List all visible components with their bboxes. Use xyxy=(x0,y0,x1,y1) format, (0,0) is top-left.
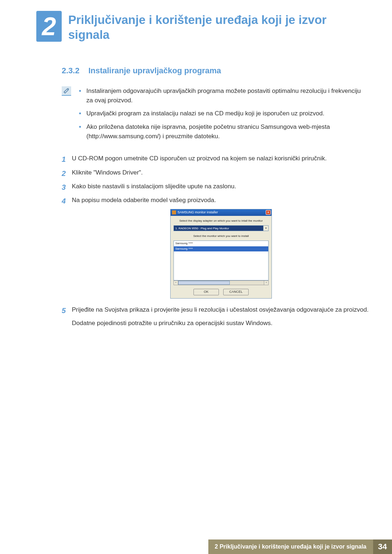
list-item[interactable]: Samsung **** xyxy=(174,241,268,246)
info-bullet: Instaliranjem odgovarajućih upravljačkih… xyxy=(79,86,363,106)
step-number: 4 xyxy=(62,196,66,207)
close-icon[interactable]: × xyxy=(266,210,271,215)
chapter-header: 2 Priključivanje i korištenje uređaja ko… xyxy=(0,11,392,42)
section-number: 2.3.2 xyxy=(62,66,79,75)
chapter-number-badge: 2 xyxy=(36,11,62,42)
monitor-listbox[interactable]: Samsung **** Samsung **** xyxy=(173,241,269,280)
button-row: OK CANCEL xyxy=(173,289,269,295)
adapter-label: Select the display adapter on which you … xyxy=(173,219,269,223)
installer-body: Select the display adapter on which you … xyxy=(171,216,271,299)
monitor-label: Select the monitor which you want to ins… xyxy=(173,234,269,238)
step-text: Prijeđite na Svojstva prikaza i provjeri… xyxy=(72,306,368,313)
step-item: 1 U CD-ROM pogon umetnite CD isporučen u… xyxy=(62,154,370,163)
adapter-combo[interactable]: 1. RADEON 9550 : Plug and Play Monitor ▾ xyxy=(173,225,269,231)
chapter-number: 2 xyxy=(42,14,56,39)
chapter-title: Priključivanje i korištenje uređaja koji… xyxy=(68,11,351,42)
step-text: U CD-ROM pogon umetnite CD isporučen uz … xyxy=(72,155,327,162)
installer-title: SAMSUNG monitor installer xyxy=(177,210,218,215)
chevron-down-icon[interactable]: ▾ xyxy=(264,225,269,231)
info-bullet: Upravljački program za instalaciju nalaz… xyxy=(79,109,363,118)
step-item: 3 Kako biste nastavili s instalacijom sl… xyxy=(62,182,370,191)
page-footer: 2 Priključivanje i korištenje uređaja ko… xyxy=(0,539,392,554)
scroll-track[interactable] xyxy=(178,280,264,285)
step-number: 2 xyxy=(62,168,66,179)
scroll-left-icon[interactable]: ‹ xyxy=(173,280,178,285)
info-bullet-list: Instaliranjem odgovarajućih upravljačkih… xyxy=(79,86,363,145)
installer-titlebar: SAMSUNG monitor installer × xyxy=(171,209,271,216)
step-text: Na popisu modela odaberite model vašeg p… xyxy=(72,197,216,204)
step-item: 2 Kliknite "Windows Driver". xyxy=(62,168,370,177)
list-item[interactable]: Samsung **** xyxy=(174,246,268,251)
section-heading: 2.3.2 Instaliranje upravljačkog programa xyxy=(0,66,392,75)
cancel-button[interactable]: CANCEL xyxy=(223,289,249,295)
step-number: 5 xyxy=(62,305,66,316)
step-number: 3 xyxy=(62,182,66,193)
footer-chapter-text: 2 Priključivanje i korištenje uređaja ko… xyxy=(208,539,373,554)
step-text: Kako biste nastavili s instalacijom slij… xyxy=(72,183,236,190)
scroll-right-icon[interactable]: › xyxy=(264,280,269,285)
info-block: Instaliranjem odgovarajućih upravljačkih… xyxy=(0,86,392,145)
adapter-combo-value: 1. RADEON 9550 : Plug and Play Monitor xyxy=(173,225,264,231)
pencil-note-icon xyxy=(62,86,71,96)
steps-list: 1 U CD-ROM pogon umetnite CD isporučen u… xyxy=(0,154,392,328)
footer-page-number: 34 xyxy=(373,539,392,554)
step-item: 4 Na popisu modela odaberite model vašeg… xyxy=(62,196,370,299)
app-icon xyxy=(172,210,176,214)
step-item: 5 Prijeđite na Svojstva prikaza i provje… xyxy=(62,305,370,328)
step-text: Kliknite "Windows Driver". xyxy=(72,169,143,176)
installer-screenshot: SAMSUNG monitor installer × Select the d… xyxy=(72,209,370,299)
horizontal-scrollbar[interactable]: ‹ › xyxy=(173,280,269,285)
ok-button[interactable]: OK xyxy=(193,289,219,295)
section-title: Instaliranje upravljačkog programa xyxy=(88,66,221,75)
installer-dialog: SAMSUNG monitor installer × Select the d… xyxy=(170,209,272,299)
scroll-thumb[interactable] xyxy=(178,281,230,285)
step-extra-text: Dodatne pojedinosti potražite u priručni… xyxy=(72,319,370,328)
step-number: 1 xyxy=(62,154,66,165)
info-bullet: Ako priložena datoteka nije ispravna, po… xyxy=(79,122,363,141)
